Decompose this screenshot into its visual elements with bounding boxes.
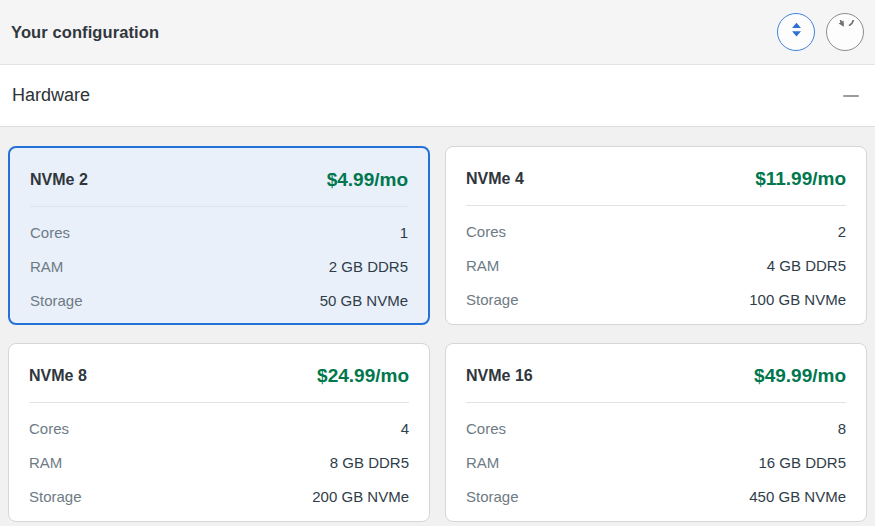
- plan-name: NVMe 16: [466, 367, 533, 385]
- spec-label: RAM: [30, 258, 63, 275]
- spec-value: 2 GB DDR5: [329, 258, 408, 275]
- spec-value: 450 GB NVMe: [749, 488, 846, 505]
- collapse-expand-all-button[interactable]: [777, 13, 815, 51]
- spec-row-storage: Storage 450 GB NVMe: [466, 479, 846, 513]
- spec-row-ram: RAM 2 GB DDR5: [30, 249, 408, 283]
- spec-value: 16 GB DDR5: [758, 454, 846, 471]
- card-divider: [29, 402, 409, 403]
- spec-row-ram: RAM 8 GB DDR5: [29, 445, 409, 479]
- spec-label: Cores: [466, 420, 506, 437]
- spec-value: 4 GB DDR5: [767, 257, 846, 274]
- spec-label: RAM: [466, 257, 499, 274]
- spec-label: RAM: [29, 454, 62, 471]
- collapse-section-button[interactable]: [839, 84, 863, 108]
- page-title: Your configuration: [11, 23, 159, 42]
- plan-name: NVMe 2: [30, 171, 88, 189]
- section-title: Hardware: [12, 85, 90, 106]
- plan-card-nvme-2[interactable]: NVMe 2 $4.99/mo Cores 1 RAM 2 GB DDR5 St…: [8, 146, 430, 325]
- spec-row-cores: Cores 2: [466, 214, 846, 248]
- plan-card-nvme-8[interactable]: NVMe 8 $24.99/mo Cores 4 RAM 8 GB DDR5 S…: [8, 343, 430, 522]
- plan-card-header: NVMe 4 $11.99/mo: [466, 147, 846, 205]
- spec-row-ram: RAM 4 GB DDR5: [466, 248, 846, 282]
- minus-icon: [843, 95, 859, 97]
- plan-price: $11.99/mo: [755, 168, 846, 190]
- header-actions: [777, 13, 864, 51]
- card-divider: [466, 205, 846, 206]
- reset-button[interactable]: [826, 13, 864, 51]
- spec-row-ram: RAM 16 GB DDR5: [466, 445, 846, 479]
- plan-card-header: NVMe 8 $24.99/mo: [29, 344, 409, 402]
- plan-name: NVMe 4: [466, 170, 524, 188]
- spec-label: RAM: [466, 454, 499, 471]
- spec-value: 1: [400, 224, 408, 241]
- spec-value: 4: [401, 420, 409, 437]
- spec-value: 8: [838, 420, 846, 437]
- spec-label: Storage: [30, 292, 83, 309]
- spec-value: 50 GB NVMe: [320, 292, 408, 309]
- card-divider: [466, 402, 846, 403]
- plan-price: $4.99/mo: [327, 169, 408, 191]
- spec-rows: Cores 8 RAM 16 GB DDR5 Storage 450 GB NV…: [466, 411, 846, 513]
- configuration-header: Your configuration: [0, 0, 875, 65]
- hardware-section-header: Hardware: [0, 65, 875, 127]
- plan-card-nvme-16[interactable]: NVMe 16 $49.99/mo Cores 8 RAM 16 GB DDR5…: [445, 343, 867, 522]
- spec-value: 200 GB NVMe: [312, 488, 409, 505]
- plan-card-nvme-4[interactable]: NVMe 4 $11.99/mo Cores 2 RAM 4 GB DDR5 S…: [445, 146, 867, 325]
- spec-value: 2: [838, 223, 846, 240]
- spec-label: Cores: [30, 224, 70, 241]
- spec-label: Storage: [466, 291, 519, 308]
- spec-label: Cores: [466, 223, 506, 240]
- spec-row-cores: Cores 8: [466, 411, 846, 445]
- spec-value: 8 GB DDR5: [330, 454, 409, 471]
- spec-rows: Cores 2 RAM 4 GB DDR5 Storage 100 GB NVM…: [466, 214, 846, 316]
- spec-rows: Cores 4 RAM 8 GB DDR5 Storage 200 GB NVM…: [29, 411, 409, 513]
- spec-row-storage: Storage 50 GB NVMe: [30, 283, 408, 317]
- spec-row-cores: Cores 1: [30, 215, 408, 249]
- spec-value: 100 GB NVMe: [749, 291, 846, 308]
- plan-price: $24.99/mo: [317, 365, 409, 387]
- plan-card-header: NVMe 16 $49.99/mo: [466, 344, 846, 402]
- spec-rows: Cores 1 RAM 2 GB DDR5 Storage 50 GB NVMe: [30, 215, 408, 317]
- plan-price: $49.99/mo: [754, 365, 846, 387]
- card-divider: [30, 206, 408, 207]
- unfold-icon: [790, 22, 803, 42]
- hardware-cards-area: NVMe 2 $4.99/mo Cores 1 RAM 2 GB DDR5 St…: [0, 127, 875, 526]
- plans-grid: NVMe 2 $4.99/mo Cores 1 RAM 2 GB DDR5 St…: [8, 146, 867, 522]
- spec-label: Storage: [466, 488, 519, 505]
- spec-label: Storage: [29, 488, 82, 505]
- spec-row-storage: Storage 100 GB NVMe: [466, 282, 846, 316]
- reset-icon: [835, 20, 855, 44]
- spec-row-storage: Storage 200 GB NVMe: [29, 479, 409, 513]
- spec-row-cores: Cores 4: [29, 411, 409, 445]
- spec-label: Cores: [29, 420, 69, 437]
- plan-name: NVMe 8: [29, 367, 87, 385]
- plan-card-header: NVMe 2 $4.99/mo: [30, 148, 408, 206]
